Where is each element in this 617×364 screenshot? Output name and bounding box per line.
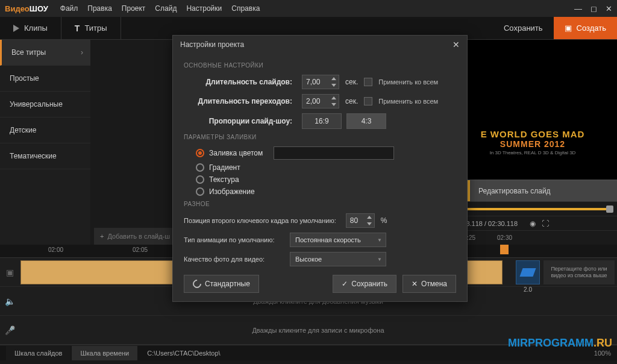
create-button[interactable]: ▣Создать bbox=[554, 17, 617, 39]
dialog-cancel-button[interactable]: ✕Отмена bbox=[402, 275, 456, 293]
aspect-ratio-label: Пропорции слайд-шоу: bbox=[184, 117, 296, 125]
edit-slide-button[interactable]: ✎ Редактировать слайд bbox=[448, 180, 617, 201]
close-icon[interactable]: ✕ bbox=[606, 4, 612, 13]
fill-image-radio[interactable] bbox=[196, 187, 204, 196]
keyframe-pos-input[interactable]: 80 bbox=[346, 213, 375, 228]
preview-time-row: 02:28.118 / 02:30.118 ◉ ⛶ bbox=[448, 216, 617, 230]
app-logo: ВидеоШОУ bbox=[5, 4, 48, 13]
fill-color-label: Заливка цветом bbox=[209, 149, 263, 157]
status-path: C:\Users\CTAC\Desktop\ bbox=[147, 350, 220, 357]
zoom-level[interactable]: 100% bbox=[594, 350, 611, 357]
transition-duration-input[interactable]: 2,00 bbox=[302, 94, 339, 108]
playhead[interactable] bbox=[500, 245, 509, 254]
preview-viewport[interactable]: E WORLD GOES MAD SUMMER 2012 In 3D Theat… bbox=[448, 40, 617, 180]
section-misc: РАЗНОЕ bbox=[184, 201, 456, 207]
unit-sec: сек. bbox=[345, 78, 358, 86]
dropzone-hint[interactable]: Перетащите фото или видео из списка выше bbox=[543, 260, 615, 284]
keyframe-pos-label: Позиция второго ключевого кадра по умолч… bbox=[184, 217, 340, 224]
slide-duration-input[interactable]: 7,00 bbox=[302, 75, 339, 89]
maximize-icon[interactable]: ◻ bbox=[590, 4, 597, 13]
defaults-button[interactable]: Стандартные bbox=[184, 275, 259, 293]
x-icon: ✕ bbox=[412, 280, 418, 288]
slide-duration-label: Длительность слайдов: bbox=[184, 78, 296, 86]
menu-help[interactable]: Справка bbox=[231, 4, 260, 13]
fill-color-radio[interactable] bbox=[196, 149, 204, 157]
menu-slide[interactable]: Слайд bbox=[155, 4, 177, 13]
tab-timeline-scale[interactable]: Шкала времени bbox=[72, 346, 137, 360]
preview-seekbar[interactable] bbox=[448, 201, 617, 216]
video-icon: ▣ bbox=[565, 24, 572, 33]
aspect-16-9-button[interactable]: 16:9 bbox=[302, 113, 342, 129]
photo-quality-label: Качество фото для видео: bbox=[184, 256, 284, 263]
fill-texture-label: Текстура bbox=[209, 175, 239, 184]
mic-hint: Дважды кликните для записи с микрофона bbox=[19, 327, 617, 334]
sidebar-item-kids[interactable]: Детские bbox=[0, 118, 90, 143]
refresh-icon bbox=[191, 278, 203, 290]
menubar: Файл Правка Проект Слайд Настройки Справ… bbox=[60, 4, 260, 13]
titlebar: ВидеоШОУ Файл Правка Проект Слайд Настро… bbox=[0, 0, 617, 17]
unit-sec: сек. bbox=[345, 97, 358, 105]
tab-slide-scale[interactable]: Шкала слайдов bbox=[6, 346, 70, 360]
ruler-tick: 02:00 bbox=[48, 246, 63, 253]
preview-caption: E WORLD GOES MAD SUMMER 2012 In 3D Theat… bbox=[448, 129, 617, 155]
mic-icon: 🎤 bbox=[0, 325, 19, 335]
fill-gradient-label: Градиент bbox=[209, 163, 240, 172]
snapshot-icon[interactable]: ◉ bbox=[530, 219, 536, 228]
sidebar-item-all-titles[interactable]: Все титры bbox=[0, 40, 90, 66]
watermark: MIRPROGRAMM.RU bbox=[508, 337, 612, 350]
fill-texture-radio[interactable] bbox=[196, 175, 204, 184]
sidebar: Все титры Простые Универсальные Детские … bbox=[0, 40, 90, 245]
fullscreen-icon[interactable]: ⛶ bbox=[542, 219, 549, 228]
timeline-clip[interactable]: 2.0 bbox=[516, 260, 540, 284]
save-button[interactable]: Сохранить bbox=[493, 17, 554, 39]
check-icon: ✓ bbox=[342, 280, 348, 288]
fill-image-label: Изображение bbox=[209, 187, 255, 196]
ruler-tick: 02:05 bbox=[133, 246, 148, 253]
dialog-title: Настройки проекта bbox=[180, 40, 244, 49]
minimize-icon[interactable]: — bbox=[574, 4, 582, 13]
menu-edit[interactable]: Правка bbox=[87, 4, 112, 13]
default-anim-select[interactable]: Постоянная скорость bbox=[290, 233, 386, 247]
apply-all-transitions-checkbox[interactable] bbox=[364, 97, 372, 105]
default-anim-label: Тип анимации по умолчанию: bbox=[184, 236, 284, 243]
dialog-titlebar[interactable]: Настройки проекта ✕ bbox=[173, 36, 467, 54]
window-controls: — ◻ ✕ bbox=[574, 4, 612, 13]
preview-panel: E WORLD GOES MAD SUMMER 2012 In 3D Theat… bbox=[448, 40, 617, 245]
dialog-close-icon[interactable]: ✕ bbox=[453, 40, 460, 49]
dialog-save-button[interactable]: ✓Сохранить bbox=[333, 275, 396, 293]
ruler-tick: 02:30 bbox=[497, 234, 512, 241]
tab-clips[interactable]: Клипы bbox=[0, 17, 61, 39]
play-icon bbox=[13, 25, 19, 32]
sidebar-item-universal[interactable]: Универсальные bbox=[0, 92, 90, 118]
menu-settings[interactable]: Настройки bbox=[186, 4, 222, 13]
fill-gradient-radio[interactable] bbox=[196, 163, 204, 172]
project-settings-dialog: Настройки проекта ✕ ОСНОВНЫЕ НАСТРОЙКИ Д… bbox=[172, 35, 468, 302]
apply-all-label: Применить ко всем bbox=[378, 98, 438, 105]
video-track-icon: ▣ bbox=[0, 268, 19, 277]
tab-titles[interactable]: TТитры bbox=[61, 17, 121, 39]
text-icon: T bbox=[75, 24, 80, 33]
apply-all-slides-checkbox[interactable] bbox=[364, 78, 372, 86]
aspect-4-3-button[interactable]: 4:3 bbox=[346, 113, 386, 129]
speaker-icon: 🔈 bbox=[0, 297, 19, 306]
unit-percent: % bbox=[381, 216, 387, 225]
fill-color-swatch[interactable] bbox=[274, 146, 394, 160]
photo-quality-select[interactable]: Высокое bbox=[290, 252, 386, 266]
transition-duration-label: Длительность переходов: bbox=[184, 97, 296, 105]
seek-handle[interactable] bbox=[606, 206, 613, 213]
menu-project[interactable]: Проект bbox=[122, 4, 146, 13]
menu-file[interactable]: Файл bbox=[60, 4, 78, 13]
section-main: ОСНОВНЫЕ НАСТРОЙКИ bbox=[184, 62, 456, 69]
section-fill: ПАРАМЕТРЫ ЗАЛИВКИ bbox=[184, 134, 456, 140]
sidebar-item-thematic[interactable]: Тематические bbox=[0, 143, 90, 169]
sidebar-item-simple[interactable]: Простые bbox=[0, 66, 90, 92]
apply-all-label: Применить ко всем bbox=[378, 78, 438, 86]
